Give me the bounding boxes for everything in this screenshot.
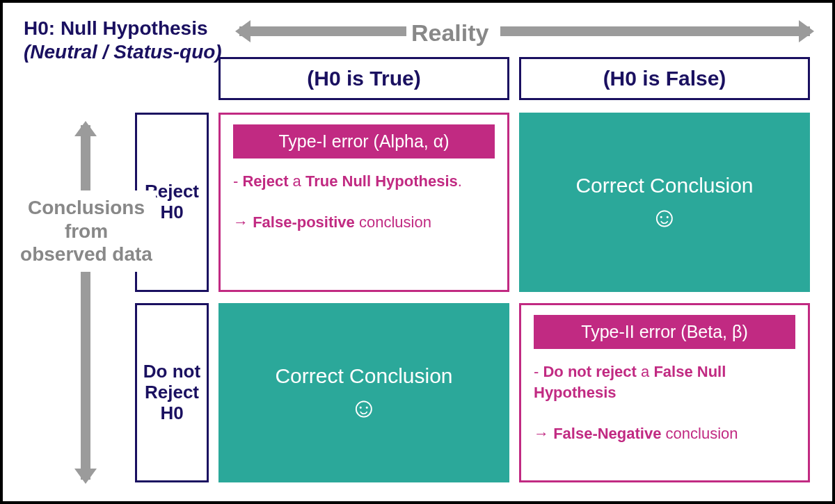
cell-type1-error: Type-I error (Alpha, α) - Reject a True …: [218, 113, 509, 292]
error-body: - Do not reject a False Null Hypothesis …: [534, 361, 795, 444]
column-header-h0-false: (H0 is False): [519, 57, 810, 100]
arrow-icon: →: [534, 425, 553, 442]
arrow-right-icon: [500, 26, 810, 36]
cell-type2-error: Type-II error (Beta, β) - Do not reject …: [519, 303, 810, 482]
error-box: Type-I error (Alpha, α) - Reject a True …: [218, 113, 509, 292]
arrow-vertical-icon: [81, 125, 90, 480]
txt: False-positive: [253, 213, 355, 231]
axis-top-label: Reality: [411, 19, 489, 47]
error-body: - Reject a True Null Hypothesis. → False…: [233, 171, 495, 233]
correct-box: Correct Conclusion ☺: [218, 303, 509, 482]
error-title: Type-II error (Beta, β): [534, 315, 795, 349]
correct-label: Correct Conclusion: [575, 174, 753, 197]
txt: -: [534, 363, 543, 380]
column-header-h0-true: (H0 is True): [218, 57, 509, 100]
txt: False-Negative: [553, 425, 661, 442]
diagram-title: H0: Null Hypothesis (Neutral / Status-qu…: [24, 17, 222, 63]
txt: .: [458, 172, 462, 190]
txt: conclusion: [661, 425, 738, 442]
txt: -: [233, 172, 242, 190]
cell-correct-top-right: Correct Conclusion ☺: [519, 113, 810, 292]
arrow-left-icon: [239, 26, 406, 36]
smile-icon: ☺: [350, 393, 379, 421]
txt: True Null Hypothesis: [305, 172, 458, 190]
txt: a: [289, 172, 305, 190]
title-line1: H0: Null Hypothesis: [24, 17, 222, 40]
arrow-icon: →: [233, 213, 253, 231]
cell-correct-bottom-left: Correct Conclusion ☺: [218, 303, 509, 482]
error-title: Type-I error (Alpha, α): [233, 124, 495, 158]
error-box: Type-II error (Beta, β) - Do not reject …: [519, 303, 810, 482]
txt: Do not reject: [543, 363, 636, 380]
txt: conclusion: [355, 213, 431, 231]
smile-icon: ☺: [651, 203, 679, 231]
title-line2: (Neutral / Status-quo): [24, 40, 222, 64]
axis-left-label: Conclusions from observed data: [17, 190, 156, 272]
txt: Reject: [242, 172, 288, 190]
correct-box: Correct Conclusion ☺: [519, 113, 810, 292]
txt: a: [637, 363, 653, 380]
row-header-not-reject: Do not Reject H0: [135, 303, 209, 482]
correct-label: Correct Conclusion: [275, 364, 452, 388]
